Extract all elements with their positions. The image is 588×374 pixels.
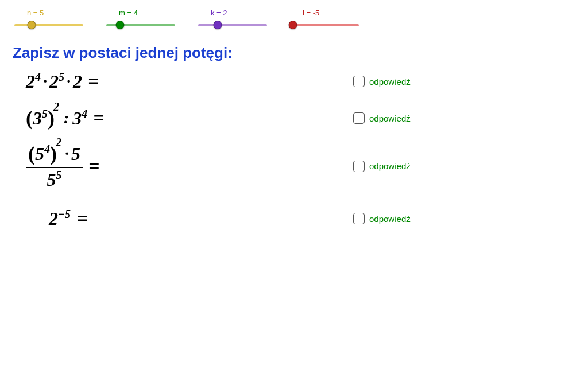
answer-checkbox-3[interactable] [353, 161, 365, 172]
answer-checkbox-2[interactable] [353, 112, 365, 124]
answer-checkbox-1[interactable] [353, 76, 365, 87]
answer-checkbox-4[interactable] [353, 213, 365, 224]
slider-m-label: m = 4 [106, 9, 175, 17]
equation-1: 24·25·2= [26, 71, 353, 92]
slider-l[interactable]: l = -5 [290, 9, 359, 30]
slider-k-thumb[interactable] [213, 21, 222, 29]
slider-n[interactable]: n = 5 [14, 9, 83, 30]
equation-2: (35)2:34= [26, 106, 353, 130]
page-title: Zapisz w postaci jednej potęgi: [13, 44, 588, 62]
equation-3: (54)2·5 55 = [26, 141, 353, 192]
slider-l-thumb[interactable] [288, 21, 297, 29]
slider-panel: n = 5 m = 4 k = 2 l = -5 [0, 0, 588, 30]
slider-k[interactable]: k = 2 [198, 9, 267, 30]
equation-row-3: (54)2·5 55 = odpowiedź [0, 141, 588, 192]
answer-label-3: odpowiedź [369, 161, 411, 171]
equation-4: 2−5= [26, 208, 353, 229]
slider-n-thumb[interactable] [28, 21, 36, 29]
slider-l-track [290, 24, 359, 26]
answer-label-2: odpowiedź [369, 114, 411, 123]
slider-k-track [198, 24, 267, 26]
equation-row-1: 24·25·2= odpowiedź [0, 71, 588, 92]
slider-n-track [14, 24, 83, 26]
slider-m-thumb[interactable] [116, 21, 125, 29]
slider-m[interactable]: m = 4 [106, 9, 175, 30]
answer-label-4: odpowiedź [369, 214, 411, 224]
slider-k-label: k = 2 [198, 9, 267, 17]
answer-label-1: odpowiedź [369, 77, 411, 87]
equation-row-2: (35)2:34= odpowiedź [0, 106, 588, 130]
slider-n-label: n = 5 [14, 9, 83, 17]
equation-row-4: 2−5= odpowiedź [0, 208, 588, 229]
slider-l-label: l = -5 [290, 9, 359, 17]
